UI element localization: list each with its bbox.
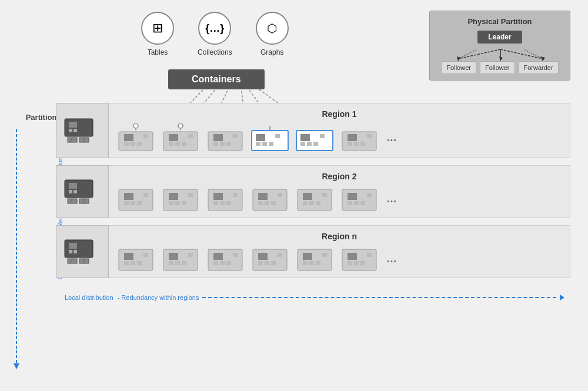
region-2-row: Region 2: [56, 165, 570, 218]
svg-rect-142: [258, 261, 263, 265]
graphs-icon-item: ⬡ Graphs: [256, 12, 289, 56]
svg-point-28: [133, 123, 138, 128]
svg-rect-126: [137, 261, 142, 265]
svg-rect-24: [68, 138, 77, 142]
svg-rect-110: [348, 201, 352, 205]
svg-rect-133: [188, 253, 193, 257]
region-n-row: Region n: [56, 225, 570, 278]
svg-rect-74: [68, 199, 77, 203]
svg-rect-66: [348, 142, 352, 146]
svg-rect-101: [278, 193, 282, 197]
r2-p1: [116, 186, 156, 212]
svg-rect-129: [169, 253, 178, 260]
partition-set-col-2: [56, 165, 109, 218]
svg-rect-78: [119, 189, 153, 210]
rn-p4: [250, 246, 290, 272]
svg-rect-140: [253, 249, 287, 270]
partition-3: [205, 123, 245, 152]
region-2-partitions: …: [116, 186, 563, 212]
pp-leader-row: Leader: [436, 31, 564, 44]
svg-rect-93: [220, 201, 225, 205]
region-1-partitions: …: [116, 123, 563, 152]
region-1-row: Region 1: [56, 103, 570, 158]
svg-point-36: [178, 123, 183, 128]
region-n-ellipsis: …: [386, 253, 397, 265]
partition-5-highlighted: [295, 123, 335, 152]
region-2-ellipsis: …: [386, 193, 397, 205]
svg-rect-54: [269, 142, 273, 146]
svg-rect-83: [143, 193, 148, 197]
svg-rect-81: [131, 201, 135, 205]
svg-rect-60: [300, 142, 305, 146]
svg-line-15: [458, 49, 477, 59]
svg-rect-138: [226, 261, 231, 265]
svg-rect-125: [131, 261, 135, 265]
svg-rect-98: [258, 201, 263, 205]
svg-rect-91: [213, 193, 223, 200]
svg-rect-146: [298, 249, 332, 270]
svg-rect-112: [360, 201, 365, 205]
svg-rect-148: [303, 261, 308, 265]
partition-6: [339, 123, 379, 152]
svg-rect-141: [258, 253, 268, 260]
svg-marker-18: [499, 56, 503, 61]
svg-rect-155: [354, 261, 359, 265]
svg-rect-67: [354, 142, 359, 146]
containers-box: Containers: [168, 69, 265, 89]
regions-area: Region 1: [56, 103, 570, 373]
svg-rect-47: [220, 142, 225, 146]
svg-rect-35: [143, 134, 148, 138]
svg-rect-111: [354, 201, 359, 205]
pp-followers-row: Follower Follower Forwarder: [436, 61, 564, 74]
svg-rect-94: [226, 201, 231, 205]
svg-rect-153: [348, 253, 357, 260]
svg-rect-149: [309, 261, 314, 265]
svg-rect-145: [278, 253, 282, 257]
svg-rect-105: [309, 201, 314, 205]
svg-rect-128: [163, 249, 198, 270]
svg-rect-63: [320, 134, 325, 138]
partition-set-server-icon-n: [62, 239, 103, 265]
partition-2: [161, 123, 201, 152]
svg-rect-147: [303, 253, 312, 260]
svg-rect-33: [131, 142, 135, 146]
svg-rect-131: [175, 261, 180, 265]
svg-line-16: [524, 49, 543, 59]
svg-rect-151: [322, 253, 327, 257]
svg-rect-97: [258, 193, 268, 200]
region-1-title: Region 1: [116, 109, 563, 119]
svg-rect-117: [74, 250, 77, 253]
svg-rect-52: [256, 142, 260, 146]
svg-rect-132: [182, 261, 186, 265]
svg-rect-80: [124, 201, 129, 205]
svg-marker-10: [14, 363, 19, 369]
svg-rect-89: [188, 193, 193, 197]
r2-p2: [161, 186, 201, 212]
svg-rect-61: [307, 142, 312, 146]
tables-icon-item: ⊞ Tables: [141, 12, 174, 56]
svg-rect-23: [74, 129, 77, 132]
svg-rect-88: [182, 201, 186, 205]
svg-rect-100: [271, 201, 276, 205]
svg-rect-102: [298, 189, 332, 210]
svg-rect-45: [213, 134, 223, 141]
svg-rect-143: [265, 261, 269, 265]
svg-rect-115: [69, 243, 77, 249]
physical-partition-panel: Physical Partition Leader Follower Follo…: [429, 11, 570, 81]
svg-rect-68: [360, 142, 365, 146]
svg-rect-53: [262, 142, 267, 146]
rn-p6: [339, 246, 379, 272]
svg-rect-42: [182, 142, 186, 146]
svg-rect-139: [233, 253, 238, 257]
svg-rect-123: [124, 253, 133, 260]
svg-rect-136: [213, 261, 218, 265]
containers-label: Containers: [192, 74, 241, 84]
rn-p5: [295, 246, 335, 272]
region-2-title: Region 2: [116, 172, 563, 181]
svg-rect-157: [367, 253, 372, 257]
svg-rect-124: [124, 261, 129, 265]
svg-rect-48: [226, 142, 231, 146]
partition-set-col-n: [56, 225, 109, 278]
svg-rect-106: [316, 201, 320, 205]
svg-rect-21: [69, 122, 77, 128]
